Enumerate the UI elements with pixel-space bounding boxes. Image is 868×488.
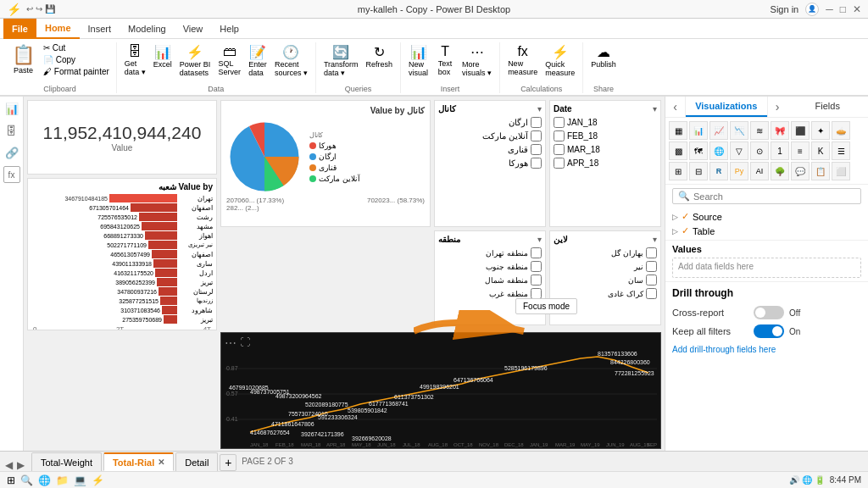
viz-icon-r[interactable]: R — [709, 162, 728, 180]
search-taskbar-icon[interactable]: 🔍 — [20, 474, 33, 486]
new-visual-btn[interactable]: 📊Newvisual — [406, 42, 431, 79]
excel-btn[interactable]: 📊Excel — [151, 42, 175, 70]
mantaqe-shomal-check[interactable] — [531, 274, 542, 286]
date-feb-check[interactable] — [554, 130, 565, 141]
quick-measure-btn[interactable]: ⚡Quickmeasure — [542, 42, 577, 79]
taskbar-icon-2[interactable]: 📁 — [56, 474, 69, 486]
viz-icon-multirow[interactable]: ≡ — [791, 141, 810, 160]
tab-total-weight[interactable]: Total-Weight — [31, 452, 102, 471]
format-painter-btn[interactable]: 🖌 Format painter — [42, 66, 111, 77]
viz-icon-card[interactable]: 1 — [771, 141, 789, 160]
viz-icon-slicer[interactable]: ☰ — [832, 141, 850, 160]
date-mar-check[interactable] — [554, 144, 565, 155]
tab-total-rial[interactable]: Total-Rial ✕ — [103, 452, 174, 471]
close-btn[interactable]: ✕ — [853, 3, 861, 15]
tab-prev-btn[interactable]: ◀ — [3, 459, 14, 471]
taskbar-icon-4[interactable]: ⚡ — [92, 474, 104, 486]
mantaqe-tehran-check[interactable] — [531, 247, 542, 258]
taskbar-icon-1[interactable]: 🌐 — [38, 474, 51, 486]
tab-help[interactable]: Help — [211, 19, 248, 39]
layn-nir-check[interactable] — [646, 261, 657, 272]
text-box-btn[interactable]: TTextbox — [433, 42, 457, 78]
tab-insert[interactable]: Insert — [80, 19, 120, 39]
get-data-btn[interactable]: 🗄Getdata ▾ — [122, 42, 148, 78]
report-view-icon[interactable]: 📊 — [3, 100, 20, 117]
line-chart-more-icon[interactable]: ⋯ — [225, 336, 236, 350]
viz-icon-area[interactable]: 📈 — [709, 121, 728, 140]
viz-icon-matrix[interactable]: ⊟ — [689, 162, 708, 180]
viz-icon-combo[interactable]: ≋ — [750, 121, 769, 140]
powerbi-datasets-btn[interactable]: ⚡Power BIdatasets — [177, 42, 214, 79]
add-tab-btn[interactable]: + — [220, 454, 236, 471]
viz-icon-ribbon[interactable]: 🎀 — [771, 121, 789, 140]
tab-view[interactable]: View — [175, 19, 212, 39]
windows-start-icon[interactable]: ⊞ — [7, 474, 15, 486]
date-jan-check[interactable] — [554, 117, 565, 128]
viz-icon-pie[interactable]: 🥧 — [832, 121, 850, 140]
tab-next-btn[interactable]: ▶ — [15, 459, 26, 471]
kanal-qanari-check[interactable] — [531, 144, 542, 155]
kanal-horka-check[interactable] — [531, 158, 542, 169]
tab-home[interactable]: Home — [36, 19, 80, 39]
viz-icon-bar[interactable]: ▦ — [669, 121, 687, 140]
publish-btn[interactable]: ☁Publish — [588, 42, 619, 70]
expand-panel-btn[interactable]: › — [767, 97, 787, 117]
source-field-item[interactable]: ▷ ✓ Source — [672, 209, 861, 224]
viz-icon-smart[interactable]: 📋 — [811, 162, 830, 180]
drill-add-link[interactable]: Add drill-through fields here — [672, 345, 861, 354]
recent-sources-btn[interactable]: 🕐Recentsources ▾ — [272, 42, 310, 79]
search-input[interactable] — [693, 191, 855, 202]
viz-icon-scatter[interactable]: ✦ — [811, 121, 830, 140]
copy-btn[interactable]: 📄 Copy — [42, 54, 111, 65]
user-avatar[interactable]: 👤 — [805, 3, 819, 16]
viz-icon-funnel[interactable]: ▽ — [730, 141, 748, 160]
layn-san-check[interactable] — [646, 274, 657, 286]
refresh-btn[interactable]: ↻Refresh — [364, 42, 396, 70]
viz-icon-shape[interactable]: ⬜ — [832, 162, 850, 180]
data-view-icon[interactable]: 🗄 — [3, 122, 20, 139]
fields-panel-tab[interactable]: Fields — [787, 97, 869, 117]
viz-icon-treemap[interactable]: ▩ — [669, 141, 687, 160]
paste-btn[interactable]: 📋 Paste — [8, 42, 38, 76]
tab-modeling[interactable]: Modeling — [120, 19, 175, 39]
cut-btn[interactable]: ✂ Cut — [42, 42, 111, 53]
cross-report-toggle[interactable] — [754, 306, 784, 319]
date-apr-check[interactable] — [554, 158, 565, 169]
layn-baharan-check[interactable] — [646, 247, 657, 258]
taskbar-icon-3[interactable]: 💻 — [74, 474, 86, 486]
dax-icon[interactable]: fx — [3, 166, 20, 183]
viz-icon-decomp[interactable]: 🌳 — [771, 162, 789, 180]
layn-krak-check[interactable] — [646, 288, 657, 299]
maximize-btn[interactable]: □ — [840, 3, 846, 15]
viz-icon-line[interactable]: 📉 — [730, 121, 748, 140]
minimize-btn[interactable]: ─ — [826, 3, 833, 15]
keep-filters-toggle[interactable] — [754, 324, 784, 338]
model-view-icon[interactable]: 🔗 — [3, 144, 20, 161]
more-visuals-btn[interactable]: ⋯Morevisuals ▾ — [459, 42, 494, 79]
viz-icon-gauge[interactable]: ⊙ — [750, 141, 769, 160]
kanal-argan-check[interactable] — [531, 117, 542, 128]
viz-icon-map[interactable]: 🗺 — [689, 141, 708, 160]
viz-icon-kpi[interactable]: K — [811, 141, 830, 160]
values-drop-zone[interactable]: Add data fields here — [672, 258, 861, 278]
table-field-item[interactable]: ▷ ✓ Table — [672, 224, 861, 238]
tab-detail[interactable]: Detail — [175, 452, 218, 471]
mantaqe-jonoob-check[interactable] — [531, 261, 542, 272]
transform-data-btn[interactable]: 🔄Transformdata ▾ — [321, 42, 361, 79]
viz-icon-filled-map[interactable]: 🌐 — [709, 141, 728, 160]
kanal-online-check[interactable] — [531, 130, 542, 141]
viz-icon-table[interactable]: ⊞ — [669, 162, 687, 180]
viz-panel-tab[interactable]: Visualizations — [686, 97, 767, 117]
close-tab-icon[interactable]: ✕ — [158, 458, 164, 467]
sign-in-btn[interactable]: Sign in — [771, 4, 799, 14]
viz-icon-qa[interactable]: 💬 — [791, 162, 810, 180]
viz-icon-py[interactable]: Py — [730, 162, 748, 180]
collapse-panel-btn[interactable]: ‹ — [665, 97, 686, 117]
viz-icon-ai[interactable]: AI — [750, 162, 769, 180]
viz-icon-bar2[interactable]: 📊 — [689, 121, 708, 140]
new-measure-btn[interactable]: fxNewmeasure — [505, 42, 540, 78]
enter-data-btn[interactable]: 📝Enterdata — [246, 42, 270, 79]
viz-icon-waterfall[interactable]: ⬛ — [791, 121, 810, 140]
line-chart-expand-icon[interactable]: ⛶ — [240, 336, 250, 350]
tab-file[interactable]: File — [3, 19, 36, 39]
